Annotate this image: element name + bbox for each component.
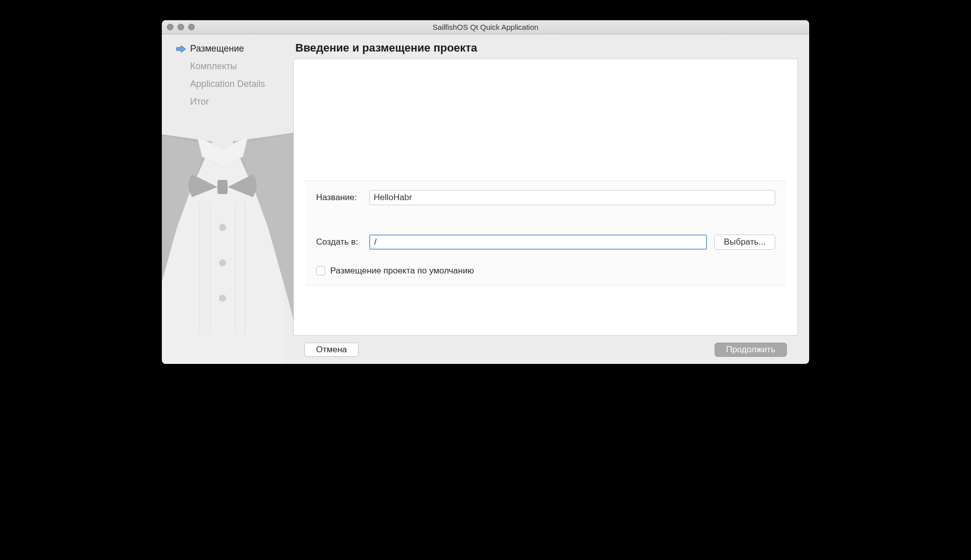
svg-marker-3 — [162, 131, 207, 354]
svg-marker-1 — [162, 131, 212, 364]
create-in-label: Создать в: — [316, 237, 369, 247]
zoom-icon[interactable] — [188, 24, 195, 30]
main-area: Введение и размещение проекта Название: … — [293, 34, 809, 364]
wizard-window: SailfishOS Qt Quick Application — [162, 20, 809, 364]
default-location-checkbox[interactable] — [316, 266, 325, 275]
form-spacer — [294, 59, 798, 180]
close-icon[interactable] — [167, 24, 173, 30]
step-label: Размещение — [190, 43, 244, 54]
wizard-sidebar: Размещение Комплекты Application Details… — [162, 34, 293, 364]
step-app-details: Application Details — [176, 79, 293, 89]
cancel-button[interactable]: Отмена — [304, 343, 359, 357]
step-summary: Итог — [176, 97, 293, 107]
titlebar: SailfishOS Qt Quick Application — [162, 20, 809, 34]
svg-point-9 — [219, 295, 226, 302]
browse-button[interactable]: Выбрать... — [714, 235, 775, 250]
continue-button[interactable]: Продолжить — [715, 343, 787, 357]
create-in-input[interactable] — [369, 235, 707, 250]
tuxedo-background-icon — [162, 101, 293, 364]
minimize-icon[interactable] — [178, 24, 184, 30]
content-area: Размещение Комплекты Application Details… — [162, 34, 809, 364]
step-label: Комплекты — [190, 61, 237, 72]
default-location-row: Размещение проекта по умолчанию — [316, 266, 775, 276]
step-label: Application Details — [190, 79, 265, 89]
sidebar-steps: Размещение Комплекты Application Details… — [176, 43, 293, 107]
wizard-footer: Отмена Продолжить — [293, 336, 798, 364]
project-name-input[interactable] — [369, 190, 775, 205]
name-row: Название: — [316, 190, 775, 205]
svg-marker-14 — [176, 45, 186, 53]
form-fields: Название: Создать в: Выбрать... Размещен… — [305, 180, 786, 286]
page-title: Введение и размещение проекта — [295, 41, 798, 55]
svg-point-7 — [219, 224, 226, 231]
step-kits: Комплекты — [176, 61, 293, 72]
svg-marker-5 — [197, 136, 248, 167]
window-title: SailfishOS Qt Quick Application — [162, 23, 809, 31]
step-placement: Размещение — [176, 43, 293, 54]
default-location-label: Размещение проекта по умолчанию — [330, 266, 474, 276]
svg-marker-2 — [233, 131, 293, 364]
name-label: Название: — [316, 193, 369, 203]
svg-rect-0 — [162, 152, 283, 364]
step-label: Итог — [190, 97, 209, 107]
svg-rect-6 — [217, 180, 228, 194]
create-in-row: Создать в: Выбрать... — [316, 235, 775, 250]
svg-marker-4 — [238, 131, 293, 354]
form-panel: Название: Создать в: Выбрать... Размещен… — [293, 59, 798, 336]
arrow-right-icon — [176, 45, 186, 53]
svg-point-8 — [219, 259, 226, 266]
traffic-lights — [167, 24, 195, 30]
